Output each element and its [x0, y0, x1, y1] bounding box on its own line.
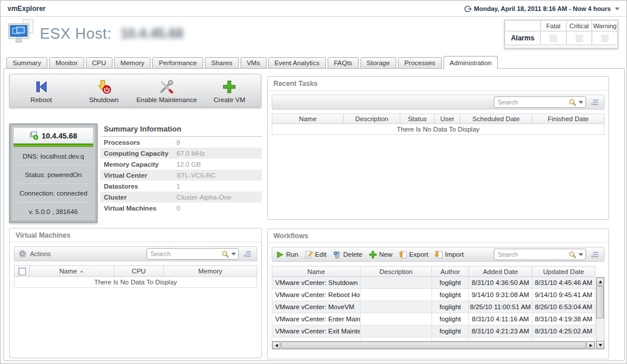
alarms-fatal-cell[interactable]	[540, 31, 566, 45]
workflow-name: VMware vCenter: Shutdown Ho	[272, 277, 360, 288]
workflow-row[interactable]: VMware vCenter: Reboot Host foglight 9/1…	[272, 289, 595, 301]
host-action-label: Enable Maintenance	[136, 96, 197, 103]
workflow-author: foglight	[431, 289, 468, 301]
column-header[interactable]: Added Date	[468, 267, 532, 276]
workflow-toolbar-label: New	[379, 251, 392, 258]
time-range-icon	[463, 5, 472, 13]
time-range-selector[interactable]: Monday, April 18, 2011 8:16 AM - Now 4 h…	[463, 1, 620, 17]
recent-tasks-search-input[interactable]: Search	[494, 96, 586, 108]
summary-info-row: Processors 8	[100, 137, 262, 148]
search-options-caret-icon[interactable]	[579, 101, 583, 104]
column-header[interactable]: Description	[343, 114, 400, 123]
column-header[interactable]: User	[434, 114, 460, 123]
scroll-up-button[interactable]	[596, 277, 604, 286]
summary-info-value: 67.0 MHz	[177, 150, 205, 157]
search-icon[interactable]	[221, 250, 230, 258]
column-header[interactable]: Name	[272, 114, 343, 123]
recent-tasks-title: Recent Tasks	[268, 77, 609, 91]
search-options-caret-icon[interactable]	[231, 253, 236, 256]
tab[interactable]: Storage	[361, 57, 396, 69]
workflow-author: foglight	[431, 325, 468, 337]
column-header[interactable]: Status	[400, 114, 434, 123]
virtual-machines-table: Name CPU Memory There Is No Data To Disp…	[14, 265, 257, 288]
host-action-button[interactable]: Create VM	[198, 74, 261, 107]
tab[interactable]: Administration	[444, 56, 498, 69]
tab[interactable]: Summary	[6, 57, 47, 69]
workflow-toolbar-button[interactable]: Edit	[305, 250, 326, 259]
horizontal-scrollbar[interactable]	[272, 341, 595, 350]
workflow-author: foglight	[431, 313, 468, 325]
summary-info-value: 1	[177, 183, 180, 190]
virtual-machines-empty-message: There Is No Data To Display	[14, 277, 257, 288]
tab[interactable]: Event Analytics	[268, 57, 326, 69]
table-customizer-icon[interactable]	[591, 98, 599, 107]
run-icon	[276, 250, 284, 259]
alarms-warning-cell[interactable]	[592, 31, 618, 45]
host-action-button[interactable]: Shutdown	[73, 74, 136, 107]
horizontal-scroll-thumb[interactable]	[281, 342, 586, 349]
column-header[interactable]: Scheduled Date	[460, 114, 532, 123]
tab[interactable]: FAQts	[328, 57, 359, 69]
tab[interactable]: VMs	[241, 57, 266, 69]
actions-menu-button[interactable]: Actions	[18, 249, 51, 258]
tab[interactable]: Performance	[152, 57, 203, 69]
workflow-row[interactable]: VMware vCenter: MoveVM foglight 8/25/10 …	[272, 301, 595, 313]
column-header[interactable]: Author	[431, 267, 468, 276]
alarms-row-label: Alarms	[505, 31, 540, 45]
workflow-added-date: 9/14/10 9:31:08 AM	[468, 289, 532, 301]
tab[interactable]: Monitor	[49, 57, 84, 69]
column-header-cpu[interactable]: CPU	[114, 266, 163, 276]
host-status-card: 10.4.45.68 DNS: localhost.dev.q Status: …	[9, 123, 97, 223]
host-action-button[interactable]: Enable Maintenance	[136, 74, 198, 107]
scroll-left-button[interactable]	[272, 342, 280, 349]
workflow-added-date: 8/31/10 4:11:16 AM	[468, 313, 532, 325]
vertical-scroll-thumb[interactable]	[596, 286, 604, 318]
tab[interactable]: CPU	[86, 57, 112, 69]
recent-tasks-header-row: Name Description Status User Scheduled D…	[272, 114, 605, 124]
table-customizer-icon[interactable]	[591, 250, 599, 259]
workflow-toolbar-button[interactable]: Export	[399, 250, 428, 259]
workflow-added-date: 8/31/10 4:36:50 AM	[468, 277, 532, 288]
summary-info-label: Cluster	[100, 194, 177, 201]
alarms-warning-value	[601, 35, 609, 42]
vertical-scrollbar[interactable]	[596, 277, 605, 350]
virtual-machines-search-input[interactable]: Search	[147, 248, 239, 260]
workflows-panel: Workflows Run Edit Delete	[267, 228, 609, 359]
recent-tasks-table: Name Description Status User Scheduled D…	[272, 114, 605, 135]
tab[interactable]: Processes	[398, 57, 442, 69]
scroll-right-button[interactable]	[587, 342, 595, 349]
workflow-row[interactable]: VMware vCenter: Exit Maintena foglight 8…	[272, 325, 595, 337]
column-header[interactable]: Finished Date	[532, 114, 604, 123]
workflow-toolbar-button[interactable]: Delete	[333, 250, 362, 259]
host-action-button[interactable]: Reboot	[10, 74, 73, 107]
tab[interactable]: Shares	[205, 57, 238, 69]
workflow-row[interactable]: VMware vCenter: Enter Mainter foglight 8…	[272, 313, 595, 325]
column-header-memory[interactable]: Memory	[163, 266, 257, 276]
host-name-blurred: 10.4.45.68	[121, 26, 183, 42]
search-icon[interactable]	[568, 98, 577, 107]
tab[interactable]: Memory	[114, 57, 151, 69]
workflow-description	[360, 289, 431, 301]
column-header-name[interactable]: Name	[29, 266, 114, 276]
workflows-search-input[interactable]: Search	[494, 249, 586, 260]
host-connection: Connection: connected	[13, 184, 93, 202]
alarms-critical-cell[interactable]	[566, 31, 592, 45]
column-header[interactable]: Updated Date	[532, 267, 595, 276]
column-header[interactable]: Description	[360, 267, 431, 276]
search-icon[interactable]	[568, 250, 577, 259]
delete-icon	[333, 250, 341, 259]
select-all-checkbox[interactable]	[18, 268, 26, 275]
scroll-down-button[interactable]	[596, 341, 604, 349]
edit-icon	[305, 250, 313, 259]
workflow-toolbar-button[interactable]: Import	[434, 250, 464, 259]
vmexplorer-window: vmExplorer Monday, April 18, 2011 8:16 A…	[0, 0, 627, 364]
workflow-author: foglight	[431, 301, 468, 313]
table-customizer-icon[interactable]	[243, 250, 252, 258]
workflow-toolbar-button[interactable]: New	[369, 250, 392, 259]
top-bar: vmExplorer Monday, April 18, 2011 8:16 A…	[1, 1, 626, 17]
workflow-row[interactable]: VMware vCenter: Shutdown Ho foglight 8/3…	[272, 277, 595, 289]
column-header[interactable]: Name	[272, 267, 360, 276]
workflow-toolbar-button[interactable]: Run	[276, 250, 298, 259]
recent-tasks-panel: Recent Tasks Search Name Description Sta…	[267, 76, 609, 220]
search-options-caret-icon[interactable]	[579, 253, 583, 256]
